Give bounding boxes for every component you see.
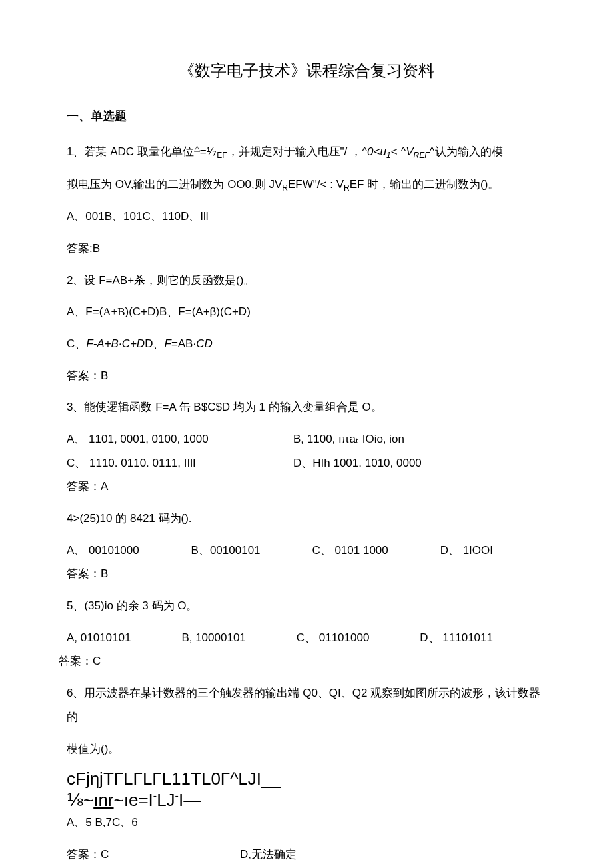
q6-row-dans: 答案：C D,无法确定 [67,843,546,867]
q1-l2-e: EF 时，输出的二进制数为()。 [350,178,500,191]
q1-l2-d: R [344,183,350,193]
q4-answer: 答案：B [67,562,546,586]
q5-optB: B, 10000101 [181,626,245,650]
q5-optD: D、 11101011 [420,626,493,650]
waveform-line2: ⅟₈~ınr~ıe=I-LJ-I— [67,789,546,811]
q3-opts-row1: A、 1101, 0001, 0100, 1000 B, 1100, ıπaₜ … [67,427,546,451]
q1-l1-f: < ^V [391,145,414,158]
q2-cd-e: AB [178,337,193,350]
q1-l1-c: ，并规定对于输入电压"/ ， [227,145,362,158]
q1-l1-a: 1、若某 ADC 取量化单位 [67,145,194,158]
q1-options: A、001B、101C、110D、Ill [67,205,546,229]
q2-cd-c: D、 [145,337,164,350]
q1-l1-e: 1 [386,151,391,160]
q2-answer: 答案：B [67,364,546,388]
q1-l2-c: EFW"/< : V [288,178,344,191]
q1-delta: △ [194,143,200,153]
q1-l1-g: REF [414,151,430,160]
q2-opts-ab: A、F=(A+B)(C+D)B、F=(A+β)(C+D) [67,300,546,324]
q1-ef: EF [217,151,227,160]
q5-answer: 答案：C [59,649,546,673]
q6-stem1: 6、用示波器在某计数器的三个触发器的输出端 Q0、QI、Q2 观察到如图所示的波… [67,681,546,729]
q1-l2-b: R [282,183,288,193]
q2-ab-b: A+B [103,305,125,318]
w2-g: I— [179,790,201,810]
q6-stem2: 模值为()。 [67,737,546,761]
q3-optD: D、HIh 1001. 1010, 0000 [293,451,422,475]
q4-optB: B、00100101 [191,539,261,563]
q4-stem: 4>(25)10 的 8421 码为(). [67,507,546,531]
q6-opts-ab: A、5 B,7C、6 [67,811,546,835]
q2-ab-a: A、F=( [67,305,103,318]
q1-l1-d: ^0<u [362,145,386,158]
w2-a: ⅟₈~ [67,790,93,810]
q6-answer: 答案：C [67,843,240,867]
q2-cd-b: F-A+B·C+D [86,337,145,350]
page-title: 《数字电子技术》课程综合复习资料 [67,60,546,81]
q2-cd-a: C、 [67,337,86,350]
q3-optC: C、 1110. 0110. 0111, IIlI [67,451,293,475]
waveform-line1: cFjηjTΓLΓLΓL11TL0Γ^LJI__ [67,769,546,789]
q3-opts-row2: C、 1110. 0110. 0111, IIlI D、HIh 1001. 10… [67,451,546,475]
section-heading: 一、单选题 [67,108,546,124]
q3-answer: 答案：A [67,475,546,499]
w2-c: ~ıe=I [114,790,153,810]
q5-stem: 5、(35)io 的余 3 码为 O。 [67,594,546,618]
q2-cd-g: CD [196,337,213,350]
q3-stem: 3、能使逻辑函数 F=A 缶 B$C$D 均为 1 的输入变量组合是 O。 [67,395,546,419]
q5-optA: A, 01010101 [67,626,131,650]
w2-b: ınr [93,790,113,810]
q3-optB: B, 1100, ıπaₜ IOio, ion [293,427,404,451]
q1-line1: 1、若某 ADC 取量化单位△=¹⁄₇EF，并规定对于输入电压"/ ，^0<u1… [67,140,546,165]
q3-optA: A、 1101, 0001, 0100, 1000 [67,427,293,451]
q5-optC: C、 01101000 [297,626,370,650]
q1-answer: 答案:B [67,237,546,261]
q6-optD: D,无法确定 [240,843,297,867]
q2-cd-d: F= [164,337,177,350]
q4-optC: C、 0101 1000 [312,539,388,563]
q1-l2-a: 拟电压为 OV,输出的二进制数为 OO0,则 JV [67,178,282,191]
q4-optD: D、 1IOOI [440,539,493,563]
q1-l1-b: =¹⁄₇ [200,145,217,158]
q4-opts: A、 00101000 B、00100101 C、 0101 1000 D、 1… [67,539,493,563]
q4-optA: A、 00101000 [67,539,139,563]
q2-stem: 2、设 F=AB+杀，则它的反函数是()。 [67,269,546,293]
q2-opts-cd: C、F-A+B·C+DD、F=AB·CD [67,332,546,356]
q2-ab-c: )(C+D)B、F=(A+β)(C+D) [125,305,251,318]
q1-l1-h: ^认为输入的模 [430,145,503,158]
w2-e: LJ [157,790,175,810]
q1-line2: 拟电压为 OV,输出的二进制数为 OO0,则 JVREFW"/< : VREF … [67,173,546,197]
q5-opts: A, 01010101 B, 10000101 C、 01101000 D、 1… [67,626,493,650]
